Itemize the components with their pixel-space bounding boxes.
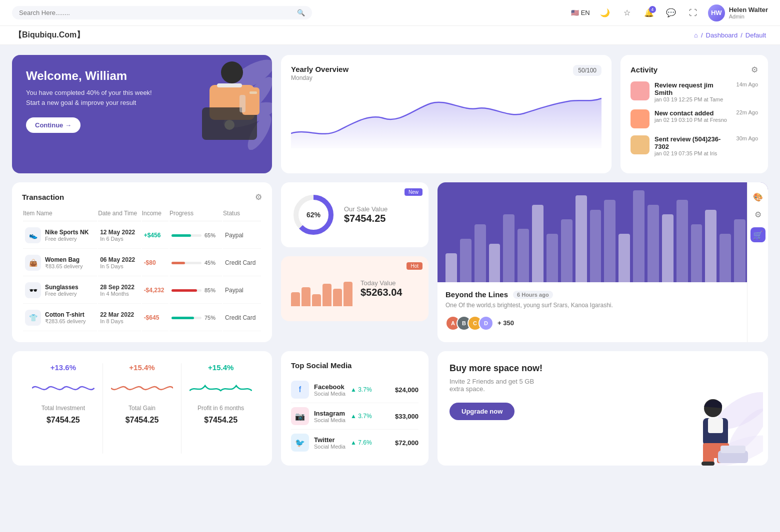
- transaction-settings-icon[interactable]: ⚙: [255, 192, 262, 202]
- beyond-lines-card: 🎨 ⚙ 🛒 Beyond the Lines 6 Hours ago One O…: [438, 182, 768, 342]
- activity-card: Activity ⚙ Review request jim Smith jan …: [620, 55, 768, 173]
- beyond-desc: One Of the world,s brightest, young surf…: [446, 302, 760, 309]
- chat-icon[interactable]: 💬: [664, 6, 678, 20]
- user-details: Helen Walter Admin: [729, 6, 768, 19]
- buy-desc: Invite 2 Friends and get 5 GB extra spac…: [450, 378, 550, 393]
- cell-item-0: 👟 Nike Sports NK Free delivery: [23, 222, 97, 249]
- avatar-4: D: [478, 316, 494, 331]
- cell-date-0: 12 May 2022 In 6 Days: [98, 222, 140, 249]
- stat-label-1: Total Gain: [128, 405, 156, 412]
- beyond-bar-8: [561, 219, 572, 282]
- sale-new-label: Our Sale Value: [344, 205, 388, 213]
- col-item: Item Name: [23, 210, 97, 221]
- activity-thumb-0: [630, 81, 650, 100]
- settings-icon[interactable]: ⚙: [754, 210, 762, 219]
- user-menu[interactable]: HW Helen Walter Admin: [708, 4, 768, 21]
- item-sub-0: Free delivery: [45, 236, 88, 242]
- notification-icon[interactable]: 🔔 4: [642, 6, 656, 20]
- header-right: 🇺🇸 EN 🌙 ☆ 🔔 4 💬 ⛶ HW Helen Walter Admin: [571, 4, 768, 21]
- activity-thumb-1: [630, 109, 650, 128]
- cell-income-0: +$456: [142, 222, 168, 249]
- breadcrumb-dashboard[interactable]: Dashboard: [706, 31, 738, 39]
- yearly-chart-svg: [291, 83, 602, 148]
- activity-text-2: Sent review (504)236-7302 jan 02 19 07:3…: [654, 135, 732, 156]
- breadcrumb-bar: 【Biqubiqu.Com】 ⌂ / Dashboard / Default: [0, 26, 780, 45]
- activity-title-2: Sent review (504)236-7302: [654, 135, 732, 150]
- social-info-0: Facebook Social Media: [314, 383, 346, 397]
- search-input[interactable]: [19, 9, 293, 16]
- sale-new-value: $7454.25: [344, 213, 388, 224]
- fullscreen-icon[interactable]: ⛶: [686, 6, 700, 20]
- welcome-card: Welcome, William You have completed 40% …: [12, 55, 272, 173]
- table-row: 🕶️ Sunglasses Free delivery 28 Sep 2022 …: [23, 277, 261, 304]
- search-icon: 🔍: [297, 9, 305, 16]
- stat-value-0: $7454.25: [46, 416, 80, 425]
- home-icon[interactable]: ⌂: [694, 31, 698, 39]
- col-date: Date and Time: [98, 210, 140, 221]
- cell-status-2: Paypal: [223, 277, 261, 304]
- star-icon[interactable]: ☆: [620, 6, 634, 20]
- activity-header: Activity ⚙: [630, 65, 758, 74]
- hot-sale-bars: [291, 271, 352, 306]
- social-growth-1: ▲ 3.7%: [350, 413, 372, 420]
- svg-rect-26: [720, 446, 746, 453]
- item-name-1: Women Bag: [45, 256, 83, 263]
- beyond-bar-13: [633, 190, 644, 282]
- svg-rect-11: [240, 95, 246, 112]
- continue-button[interactable]: Continue →: [26, 117, 80, 133]
- social-item: 📷 Instagram Social Media ▲ 3.7% $33,000: [291, 403, 418, 430]
- cell-progress-1: 45%: [170, 250, 222, 276]
- yearly-overview-card: Yearly Overview Monday 50/100: [281, 55, 612, 173]
- activity-settings-icon[interactable]: ⚙: [751, 65, 758, 74]
- social-name-1: Instagram: [314, 410, 346, 417]
- social-sub-1: Social Media: [314, 417, 346, 423]
- cell-item-2: 🕶️ Sunglasses Free delivery: [23, 277, 97, 304]
- activity-title: Activity: [630, 65, 658, 74]
- progress-label-0: 65%: [204, 232, 216, 238]
- social-info-2: Twitter Social Media: [314, 436, 346, 450]
- paint-icon[interactable]: 🎨: [753, 192, 763, 202]
- beyond-bar-2: [474, 224, 486, 282]
- sale-hot-label: Today Value: [360, 279, 402, 287]
- item-period-3: In 8 Days: [100, 318, 138, 324]
- item-icon-2: 🕶️: [25, 282, 41, 298]
- beyond-right-icons: 🎨 ⚙ 🛒: [747, 182, 768, 342]
- social-growth-2: ▲ 7.6%: [350, 439, 372, 446]
- beyond-title: Beyond the Lines 6 Hours ago: [446, 290, 760, 299]
- item-name-0: Nike Sports NK: [45, 229, 88, 236]
- sale-hot-info: Today Value $5263.04: [360, 279, 402, 298]
- social-sub-2: Social Media: [314, 444, 346, 450]
- activity-text-1: New contact added jan 02 19 03:10 PM at …: [654, 109, 732, 123]
- cell-income-2: -$4,232: [142, 277, 168, 304]
- activity-sub-2: jan 02 19 07:35 PM at Iris: [654, 150, 732, 156]
- beyond-bar-20: [734, 219, 746, 282]
- breadcrumb: ⌂ / Dashboard / Default: [694, 31, 766, 39]
- yearly-title: Yearly Overview: [291, 65, 348, 73]
- cart-icon[interactable]: 🛒: [750, 227, 766, 242]
- cell-date-1: 06 May 2022 In 5 Days: [98, 250, 140, 276]
- transaction-title: Transaction: [22, 193, 64, 201]
- upgrade-button[interactable]: Upgrade now: [450, 403, 514, 420]
- activity-time-0: 14m Ago: [736, 81, 758, 87]
- transaction-table: Item Name Date and Time Income Progress …: [22, 209, 262, 332]
- social-amount-1: $33,000: [395, 413, 418, 420]
- language-selector[interactable]: 🇺🇸 EN: [571, 9, 590, 16]
- item-sub-3: ₹283.65 delivery: [45, 318, 86, 325]
- search-bar[interactable]: 🔍: [12, 6, 312, 19]
- stat-wave-1: [111, 376, 174, 401]
- table-row: 👕 Cotton T-shirt ₹283.65 delivery 22 Mar…: [23, 305, 261, 331]
- bar-2: [302, 287, 310, 307]
- beyond-bar-5: [518, 229, 529, 282]
- item-date-2: 28 Sep 2022: [100, 284, 138, 291]
- svg-point-7: [224, 120, 234, 130]
- transaction-header: Transaction ⚙: [22, 192, 262, 202]
- svg-rect-20: [708, 418, 723, 433]
- item-sub-2: Free delivery: [45, 291, 78, 297]
- social-name-0: Facebook: [314, 383, 346, 391]
- dark-mode-toggle[interactable]: 🌙: [598, 6, 612, 20]
- col-income: Income: [142, 210, 168, 221]
- bar-3: [312, 294, 321, 307]
- beyond-bar-0: [446, 253, 457, 282]
- table-row: 👜 Women Bag ₹83.65 delivery 06 May 2022 …: [23, 250, 261, 276]
- activity-list: Review request jim Smith jan 03 19 12:25…: [630, 81, 758, 156]
